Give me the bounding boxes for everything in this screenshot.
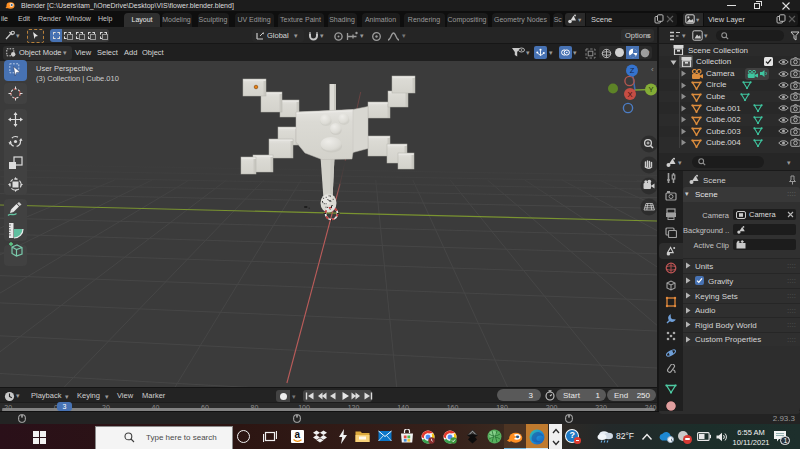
- svg-text:Z: Z: [630, 66, 635, 75]
- svg-text:X: X: [627, 90, 632, 99]
- svg-text:Y: Y: [648, 85, 653, 94]
- svg-text:‹: ‹: [651, 65, 654, 74]
